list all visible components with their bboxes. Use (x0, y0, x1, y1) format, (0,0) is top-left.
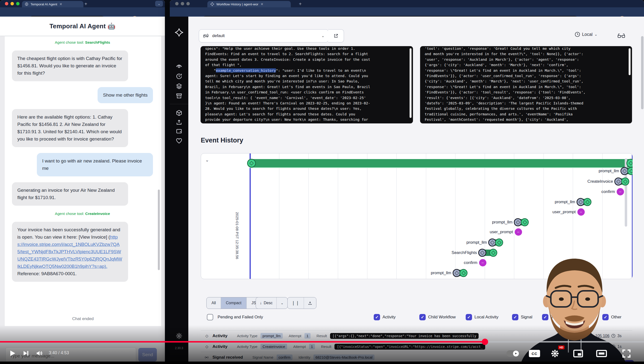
workflows-eye-icon[interactable] (176, 64, 182, 70)
pending-failed-checkbox[interactable] (207, 314, 213, 320)
tab-workflow-history[interactable]: Workflow History | agent-wor ✕ (207, 1, 291, 7)
activity-completed-node[interactable] (621, 178, 629, 186)
send-button[interactable]: Send (138, 348, 157, 362)
activity-completed-node[interactable] (460, 269, 468, 277)
workflow-input-json: specs": "Help the user achieve their goa… (201, 46, 413, 123)
signal-node[interactable]: •• (617, 188, 624, 196)
import-upload-icon[interactable] (176, 119, 182, 126)
timeline-gridline (426, 154, 426, 279)
webcam-presenter-overlay (517, 254, 634, 364)
zoom-window-button[interactable] (16, 2, 20, 5)
view-tab-compact[interactable]: Compact (221, 298, 246, 308)
new-tab-button[interactable]: + (84, 1, 87, 7)
code-panel-input[interactable]: specs": "Help the user achieve their goa… (201, 46, 413, 123)
event-type-label: Signal received (212, 355, 243, 360)
minimize-window-button[interactable] (181, 2, 184, 5)
video-frame: Temporal AI Agent ✕ + ⌄ ← → ↻ i localhos… (0, 0, 644, 364)
settings-gear-button[interactable] (550, 349, 560, 358)
close-window-button[interactable] (5, 2, 8, 5)
timezone-select[interactable]: Local ⌄ (575, 32, 598, 37)
autoplay-toggle[interactable] (506, 350, 519, 357)
field-value: CreateInvoice (260, 344, 287, 349)
workflow-execution-bar[interactable] (250, 159, 632, 167)
user-message: Show me other flights (98, 87, 153, 103)
close-window-button[interactable] (175, 2, 178, 5)
activity-completed-node[interactable] (584, 198, 592, 206)
zoom-window-button[interactable] (186, 2, 190, 5)
invoice-link[interactable]: https://invoice.stripe.com/i/acct_1NBOLu… (17, 234, 122, 269)
tab-close-icon[interactable]: ✕ (60, 2, 62, 6)
tab-search-chevron[interactable]: ⌄ (155, 1, 163, 6)
view-tab-all[interactable]: All (206, 298, 221, 308)
subtitles-button[interactable]: CC (529, 350, 540, 357)
timeline-event-label: prompt_llm (492, 220, 512, 225)
filter-checkbox-child-workflow[interactable]: ✓ (419, 314, 426, 320)
code-panel-result[interactable]: 'tool': 'question', 'response': 'Great! … (420, 46, 632, 123)
workflow-execution-bar-edge (250, 167, 632, 168)
activity-completed-node[interactable] (495, 238, 503, 247)
code-scrollbar[interactable] (410, 48, 412, 118)
activity-diamond-icon: ◇ (204, 334, 209, 338)
video-progress-remaining[interactable] (485, 341, 644, 342)
reader-glasses-icon[interactable] (617, 33, 626, 39)
theater-mode-button[interactable] (596, 350, 607, 357)
field-label: Identity (298, 355, 310, 359)
pause-icon[interactable]: ❘❘ (288, 298, 304, 308)
ui-version: 2.30.3 (170, 346, 188, 350)
chevron-down-icon: ⌄ (321, 34, 324, 38)
labs-cube-icon[interactable] (176, 110, 182, 116)
fullscreen-button[interactable] (622, 349, 631, 358)
namespace-select[interactable]: default ⌄ (199, 29, 328, 42)
timeline-event-label: prompt_llm (431, 270, 451, 276)
new-tab-button[interactable]: + (299, 1, 302, 7)
tool-choice-note: Agent chose tool: CreateInvoice (12, 212, 153, 216)
clock-icon (575, 32, 580, 37)
download-icon[interactable] (304, 298, 316, 308)
minimize-window-button[interactable] (10, 2, 14, 5)
field-label: Activity Type (237, 334, 257, 338)
timeline-start-timestamp: 2025-01-08 PST 12:35:38.56 (235, 212, 239, 259)
video-progress-watched[interactable] (0, 341, 485, 342)
filter-checkbox-activity[interactable]: ✓ (374, 314, 380, 320)
sort-chevron-icon[interactable]: ⌄ (277, 298, 287, 308)
collapse-chevron-icon[interactable]: ⌄ (204, 156, 211, 164)
filter-checkbox-local-activity[interactable]: ✓ (466, 314, 472, 320)
activity-completed-node[interactable] (489, 249, 498, 257)
field-value: 1 (304, 333, 310, 339)
feedback-screen-icon[interactable] (176, 128, 182, 135)
archive-box-icon[interactable] (176, 93, 182, 99)
schedules-clock-icon[interactable] (176, 73, 182, 80)
layers-icon[interactable] (176, 83, 182, 89)
favorites-heart-icon[interactable] (176, 138, 182, 144)
field-label: Result (321, 344, 332, 349)
tab-close-icon[interactable]: ✕ (260, 2, 264, 6)
user-message: I want to go with air new zealand. Pleas… (37, 153, 153, 176)
miniplayer-button[interactable] (573, 349, 583, 358)
activity-scheduled-node[interactable] (478, 249, 486, 257)
sort-order-button[interactable]: ↓Desc ⌄ (256, 297, 288, 309)
field-value: confirm (277, 354, 292, 360)
next-button[interactable] (22, 350, 29, 357)
agent-message: Here are the available flight options: 1… (12, 109, 128, 147)
tab-temporal-ai-agent[interactable]: Temporal AI Agent ✕ (22, 1, 84, 7)
play-button[interactable] (9, 349, 16, 357)
arrow-down-icon: ↓ (260, 301, 262, 305)
page-scrollbar[interactable] (641, 36, 644, 109)
signal-node[interactable]: •• (578, 208, 585, 216)
workflow-start-node[interactable] (247, 159, 256, 168)
code-scrollbar[interactable] (629, 48, 630, 75)
namespace-value: default (212, 34, 225, 38)
external-link-icon (334, 34, 338, 38)
field-label: Signal Name (252, 355, 274, 359)
video-playhead[interactable] (482, 339, 488, 345)
chat-scrollbar[interactable] (158, 190, 160, 270)
field-value: prompt_llm (260, 333, 282, 339)
open-namespace-button[interactable] (328, 29, 344, 42)
signal-node[interactable]: •• (515, 228, 522, 236)
volume-button[interactable] (36, 350, 43, 357)
activity-completed-node[interactable] (521, 218, 529, 226)
activity-diamond-icon: ◇ (204, 344, 209, 349)
theme-sun-icon[interactable] (176, 333, 182, 339)
temporal-logo-icon[interactable] (175, 28, 183, 36)
signal-node[interactable]: •• (479, 259, 486, 266)
